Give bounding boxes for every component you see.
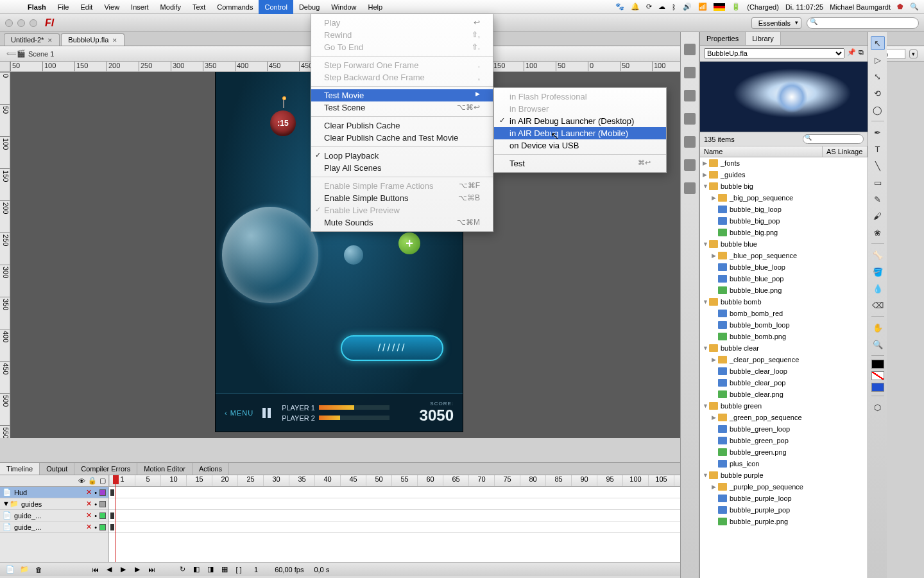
submenu-item[interactable]: on Device via USB (494, 139, 666, 152)
menuextra-battery-icon[interactable]: 🔋 (732, 3, 740, 11)
menu-item[interactable]: Test Scene⌥⌘↩ (311, 101, 493, 114)
eraser-tool[interactable]: ⌫ (871, 298, 885, 312)
frame-track-guides[interactable] (109, 498, 680, 510)
dock-icon[interactable] (684, 67, 696, 78)
new-library-panel-icon[interactable]: ⧉ (859, 48, 864, 58)
go-first-frame-button[interactable]: ⏮ (90, 565, 100, 575)
library-item[interactable]: ▶_purple_pop_sequence (700, 481, 868, 493)
tab-properties[interactable]: Properties (700, 32, 746, 45)
library-item[interactable]: bubble_bomb_loop (700, 319, 868, 331)
document-tab[interactable]: BubbleUp.fla✕ (61, 33, 124, 46)
library-col-name[interactable]: Name (700, 146, 823, 157)
menu-file[interactable]: File (52, 0, 75, 14)
eyedropper-tool[interactable]: 💧 (871, 281, 885, 295)
fill-color-swatch[interactable] (871, 383, 884, 392)
step-back-button[interactable]: ◀ (104, 565, 114, 575)
timeline-layer[interactable]: ▼📁guides✕• (0, 498, 108, 510)
library-item[interactable]: ▶_fonts (700, 157, 868, 169)
menuextra-spotlight-icon[interactable]: 🔍 (910, 3, 919, 11)
playhead[interactable] (116, 475, 116, 562)
timeline-frames[interactable]: 1510152025303540455055606570758085909510… (109, 475, 680, 562)
library-item[interactable]: bubble_clear.png (700, 389, 868, 400)
menu-help[interactable]: Help (362, 0, 388, 14)
library-item[interactable]: bubble_clear_loop (700, 365, 868, 377)
snap-to-objects-icon[interactable]: ⬡ (871, 400, 885, 414)
frame-track-guide1[interactable] (109, 510, 680, 521)
library-item[interactable]: bubble_green_pop (700, 435, 868, 446)
rectangle-tool[interactable]: ▭ (871, 175, 885, 189)
help-search-input[interactable] (807, 17, 919, 29)
library-item[interactable]: ▶_clear_pop_sequence (700, 354, 868, 365)
menuextra-paw-icon[interactable]: 🐾 (615, 3, 624, 11)
menuextra-bluetooth-icon[interactable]: ᛒ (672, 3, 676, 11)
library-item[interactable]: ▼bubble purple (700, 469, 868, 481)
onion-skin-outlines-button[interactable]: ◨ (205, 565, 216, 575)
menuextra-flag-icon[interactable] (714, 3, 725, 11)
library-item[interactable]: bubble_blue_loop (700, 261, 868, 273)
frame-ruler[interactable]: 1510152025303540455055606570758085909510… (109, 475, 680, 487)
menu-text[interactable]: Text (187, 0, 211, 14)
menu-item[interactable]: Clear Publish Cache (311, 119, 493, 132)
menu-item[interactable]: Play All Scenes (311, 162, 493, 174)
step-fwd-button[interactable]: ▶ (132, 565, 142, 575)
timeline-layer[interactable]: 📄Hud✕• (0, 487, 108, 498)
menu-debug[interactable]: Debug (293, 0, 325, 14)
menu-app[interactable]: Flash (22, 0, 52, 14)
menuextra-wifi-icon[interactable]: 📶 (698, 3, 707, 11)
submenu-item[interactable]: in AIR Debug Launcher (Desktop) (494, 115, 666, 127)
menu-control[interactable]: Control (259, 0, 293, 14)
free-transform-tool[interactable]: ⤡ (871, 69, 885, 83)
library-item[interactable]: ▼bubble bomb (700, 296, 868, 308)
menu-modify[interactable]: Modify (155, 0, 187, 14)
library-item[interactable]: bubble_blue.png (700, 285, 868, 296)
document-tab[interactable]: Untitled-2*✕ (4, 33, 60, 46)
edit-multiple-frames-button[interactable]: ▦ (219, 565, 230, 575)
brush-tool[interactable]: 🖌 (871, 209, 885, 223)
bottom-tab[interactable]: Timeline (0, 463, 40, 475)
submenu-item[interactable]: in AIR Debug Launcher (Mobile) (494, 127, 666, 139)
visibility-col-icon[interactable]: 👁 (78, 477, 85, 485)
library-item[interactable]: ▼bubble green (700, 400, 868, 412)
window-close-button[interactable] (5, 19, 13, 27)
selection-tool[interactable]: ↖ (871, 36, 885, 50)
lasso-tool[interactable]: ◯ (871, 103, 885, 117)
pin-library-icon[interactable]: 📌 (847, 48, 856, 58)
apple-menu-icon[interactable] (5, 0, 17, 14)
outline-col-icon[interactable]: ▢ (99, 477, 106, 485)
loop-button[interactable]: ↻ (177, 565, 187, 575)
library-item[interactable]: bubble_big.png (700, 227, 868, 238)
library-item-list[interactable]: ▶_fonts▶_guides▼bubble big▶_big_pop_sequ… (700, 157, 868, 578)
library-item[interactable]: ▶_big_pop_sequence (700, 192, 868, 204)
library-item[interactable]: bubble_bomb.png (700, 331, 868, 342)
menu-window[interactable]: Window (325, 0, 362, 14)
library-item[interactable]: ▼bubble clear (700, 342, 868, 354)
paint-bucket-tool[interactable]: 🪣 (871, 265, 885, 279)
window-minimize-button[interactable] (17, 19, 25, 27)
close-tab-icon[interactable]: ✕ (47, 37, 53, 44)
library-item[interactable]: ▶_guides (700, 169, 868, 180)
library-item[interactable]: ▶_blue_pop_sequence (700, 250, 868, 261)
library-search-input[interactable] (803, 134, 864, 144)
timeline-layer[interactable]: 📄guide_...✕• (0, 521, 108, 533)
library-item[interactable]: bubble_green_loop (700, 423, 868, 435)
timeline-layer[interactable]: 📄guide_...✕• (0, 510, 108, 521)
hand-tool[interactable]: ✋ (871, 320, 885, 335)
deco-tool[interactable]: ❀ (871, 225, 885, 240)
menu-item[interactable]: Loop Playback (311, 150, 493, 162)
library-item[interactable]: ▼bubble big (700, 180, 868, 192)
stroke-color-swatch[interactable] (871, 360, 884, 369)
pencil-tool[interactable]: ✎ (871, 192, 885, 206)
library-item[interactable]: bubble_purple_loop (700, 493, 868, 504)
menuextra-sync-icon[interactable]: ⟳ (646, 3, 652, 11)
menuextra-user[interactable]: Michael Baumgardt (830, 3, 891, 11)
subselection-tool[interactable]: ▷ (871, 53, 885, 67)
library-doc-dropdown[interactable]: BubbleUp.fla (704, 48, 844, 58)
menu-insert[interactable]: Insert (125, 0, 155, 14)
menuextra-cloud-icon[interactable]: ☁ (658, 3, 665, 11)
3d-rotation-tool[interactable]: ⟲ (871, 86, 885, 100)
bottom-tab[interactable]: Compiler Errors (74, 463, 137, 475)
onion-markers-button[interactable]: [ ] (234, 565, 244, 575)
library-item[interactable]: ▼bubble blue (700, 238, 868, 250)
bottom-tab[interactable]: Motion Editor (137, 463, 193, 475)
pen-tool[interactable]: ✒ (871, 125, 885, 139)
